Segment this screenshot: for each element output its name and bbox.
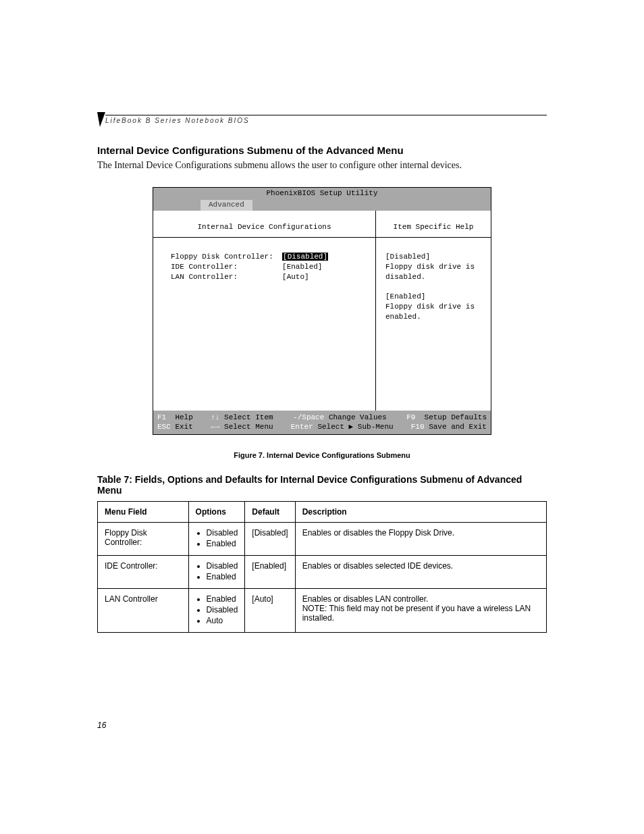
page-number: 16 — [97, 721, 547, 730]
svg-marker-0 — [97, 112, 105, 127]
figure-caption: Figure 7. Internal Device Configurations… — [97, 451, 547, 459]
leftright-arrows-icon: ←→ — [211, 423, 219, 431]
table-header-cell: Description — [295, 501, 546, 522]
cell-default: [Enabled] — [245, 555, 295, 588]
bios-fields-area: Floppy Disk Controller: [Disabled]IDE Co… — [153, 238, 375, 411]
bios-footer: F1 Help ↑↓ Select Item -/Space Change Va… — [153, 411, 491, 434]
bios-help-line: enabled. — [385, 313, 481, 322]
option-item: Auto — [207, 616, 238, 625]
f1-key[interactable]: F1 — [157, 413, 166, 421]
bios-help-line: [Disabled] — [385, 253, 481, 262]
bios-right-header: Item Specific Help — [376, 211, 491, 238]
cell-menu-field: Floppy Disk Controller: — [98, 522, 189, 555]
cell-menu-field: IDE Controller: — [98, 555, 189, 588]
f1-label: Help — [175, 413, 192, 421]
change-values-label: Change Values — [329, 413, 387, 421]
option-item: Enabled — [207, 539, 238, 548]
enter-label: Select ▶ Sub-Menu — [317, 423, 393, 431]
options-table: Menu FieldOptionsDefaultDescription Flop… — [97, 501, 547, 633]
esc-key[interactable]: ESC — [157, 423, 171, 431]
select-menu-label: Select Menu — [224, 423, 273, 431]
bios-help-line: disabled. — [385, 273, 481, 282]
f9-key[interactable]: F9 — [406, 413, 415, 421]
bios-help-line: [Enabled] — [385, 292, 481, 302]
table-title: Table 7: Fields, Options and Defaults fo… — [97, 474, 547, 496]
space-key[interactable]: -/Space — [293, 413, 324, 421]
intro-paragraph: The Internal Device Configurations subme… — [97, 160, 547, 171]
cell-menu-field: LAN Controller — [98, 588, 189, 632]
cell-description: Enables or disables the Floppy Disk Driv… — [295, 522, 546, 555]
enter-key[interactable]: Enter — [291, 423, 313, 431]
bios-field-row[interactable]: LAN Controller: [Auto] — [171, 273, 362, 282]
cell-description: Enables or disables selected IDE devices… — [295, 555, 546, 588]
table-header-cell: Options — [188, 501, 245, 522]
table-row: IDE Controller:DisabledEnabled[Enabled]E… — [98, 555, 547, 588]
bios-screenshot: PhoenixBIOS Setup Utility Advanced Inter… — [153, 187, 491, 435]
option-item: Disabled — [207, 605, 238, 615]
cell-description: Enables or disables LAN controller. NOTE… — [295, 588, 546, 632]
updown-arrows-icon: ↑↓ — [211, 413, 219, 421]
cell-options: DisabledEnabled — [188, 522, 245, 555]
bios-help-line — [385, 283, 481, 292]
table-row: LAN ControllerEnabledDisabledAuto[Auto]E… — [98, 588, 547, 632]
bios-tab-advanced[interactable]: Advanced — [200, 200, 252, 211]
f9-label: Setup Defaults — [425, 413, 487, 421]
bios-tab-row: Advanced — [153, 200, 491, 211]
cell-default: [Auto] — [245, 588, 295, 632]
bios-left-header: Internal Device Configurations — [153, 211, 375, 238]
table-header-cell: Menu Field — [98, 501, 189, 522]
option-item: Disabled — [207, 561, 238, 571]
cell-options: DisabledEnabled — [188, 555, 245, 588]
bios-field-row[interactable]: IDE Controller: [Enabled] — [171, 263, 362, 272]
bios-title: PhoenixBIOS Setup Utility — [153, 188, 491, 200]
esc-label: Exit — [175, 423, 192, 431]
table-row: Floppy Disk Controller:DisabledEnabled[D… — [98, 522, 547, 555]
table-header-cell: Default — [245, 501, 295, 522]
option-item: Disabled — [207, 528, 238, 538]
bios-help-area: [Disabled]Floppy disk drive isdisabled. … — [376, 238, 491, 411]
cell-default: [Disabled] — [245, 522, 295, 555]
option-item: Enabled — [207, 572, 238, 581]
f10-label: Save and Exit — [429, 423, 487, 431]
running-header: LifeBook B Series Notebook BIOS — [105, 115, 547, 124]
option-item: Enabled — [207, 594, 238, 604]
select-item-label: Select Item — [224, 413, 273, 421]
bios-field-row[interactable]: Floppy Disk Controller: [Disabled] — [171, 253, 362, 262]
cell-options: EnabledDisabledAuto — [188, 588, 245, 632]
bios-help-line: Floppy disk drive is — [385, 303, 481, 312]
section-title: Internal Device Configurations Submenu o… — [97, 145, 547, 156]
bios-help-line: Floppy disk drive is — [385, 263, 481, 272]
f10-key[interactable]: F10 — [411, 423, 425, 431]
